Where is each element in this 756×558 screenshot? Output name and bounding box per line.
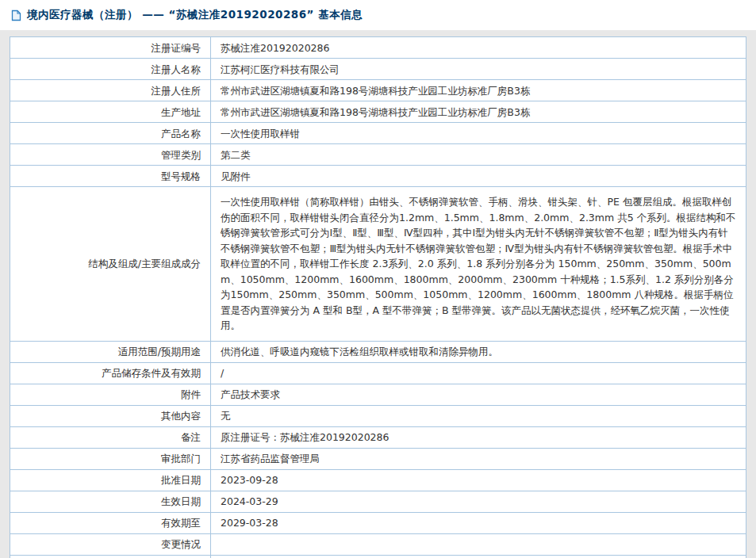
row-label: 备注 [10,426,211,448]
row-value: 2024-03-29 [211,491,746,512]
row-label: 附件 [10,384,211,405]
registration-info-table: 注册证编号苏械注准20192020286注册人名称江苏柯汇医疗科技有限公司注册人… [10,36,746,558]
table-row: 管理类别第二类 [10,144,746,166]
row-value: / [211,362,746,384]
row-label: 型号规格 [10,166,211,187]
document-icon [11,10,21,21]
row-label: 产品储存条件及有效期 [10,362,211,384]
row-value: 无 [211,405,746,426]
table-row: 批准日期2023-09-28 [10,469,746,491]
row-value: 详情 [211,555,746,558]
info-table: 注册证编号苏械注准20192020286注册人名称江苏柯汇医疗科技有限公司注册人… [10,36,746,558]
row-value: 一次性使用取样钳 [211,123,746,144]
row-label: 注册证编号 [10,37,211,59]
table-row: 注册人住所常州市武进区湖塘镇夏和路198号湖塘科技产业园工业坊标准厂房B3栋 [10,80,746,101]
row-value: 一次性使用取样钳（简称取样钳）由钳头、不锈钢弹簧软管、手柄、滑块、钳头架、针、P… [211,187,746,342]
row-value [211,533,746,555]
row-label: 注册人住所 [10,80,211,101]
row-label: 审批部门 [10,448,211,469]
row-label: 批准日期 [10,469,211,491]
table-row: 审批部门江苏省药品监督管理局 [10,448,746,469]
table-row: ●注详情 [10,555,746,558]
page-header: 境内医疗器械（注册） —— “苏械注准20192020286” 基本信息 [0,0,756,30]
table-row: 变更情况 [10,533,746,555]
row-value: 2023-09-28 [211,469,746,491]
row-value: 供消化道、呼吸道内窥镜下活检组织取样或钳取和清除异物用。 [211,341,746,362]
table-row: 产品名称一次性使用取样钳 [10,123,746,144]
row-label: 管理类别 [10,144,211,166]
table-row: 产品储存条件及有效期/ [10,362,746,384]
row-label: 注册人名称 [10,59,211,80]
row-label: 生效日期 [10,491,211,512]
row-value: 产品技术要求 [211,384,746,405]
row-label: 结构及组成/主要组成成分 [10,187,211,342]
row-label: ●注 [10,555,211,558]
table-row: 附件产品技术要求 [10,384,746,405]
table-row: 有效期至2029-03-28 [10,512,746,533]
page-title: 境内医疗器械（注册） —— “苏械注准20192020286” 基本信息 [27,8,363,22]
row-value: 原注册证号：苏械注准20192020286 [211,426,746,448]
row-label: 其他内容 [10,405,211,426]
row-label: 生产地址 [10,101,211,123]
table-row: 适用范围/预期用途供消化道、呼吸道内窥镜下活检组织取样或钳取和清除异物用。 [10,341,746,362]
table-row: 注册证编号苏械注准20192020286 [10,37,746,59]
row-value: 江苏省药品监督管理局 [211,448,746,469]
table-row: 生产地址常州市武进区湖塘镇夏和路198号湖塘科技产业园工业坊标准厂房B3栋 [10,101,746,123]
table-row: 备注原注册证号：苏械注准20192020286 [10,426,746,448]
row-value: 江苏柯汇医疗科技有限公司 [211,59,746,80]
table-row: 生效日期2024-03-29 [10,491,746,512]
row-label: 适用范围/预期用途 [10,341,211,362]
row-value: 常州市武进区湖塘镇夏和路198号湖塘科技产业园工业坊标准厂房B3栋 [211,80,746,101]
row-value: 见附件 [211,166,746,187]
table-row: 结构及组成/主要组成成分一次性使用取样钳（简称取样钳）由钳头、不锈钢弹簧软管、手… [10,187,746,342]
row-value: 苏械注准20192020286 [211,37,746,59]
row-value: 2029-03-28 [211,512,746,533]
row-value: 第二类 [211,144,746,166]
table-row: 其他内容无 [10,405,746,426]
table-row: 型号规格见附件 [10,166,746,187]
table-row: 注册人名称江苏柯汇医疗科技有限公司 [10,59,746,80]
row-value: 常州市武进区湖塘镇夏和路198号湖塘科技产业园工业坊标准厂房B3栋 [211,101,746,123]
row-label: 有效期至 [10,512,211,533]
page: 境内医疗器械（注册） —— “苏械注准20192020286” 基本信息 注册证… [0,0,756,558]
row-label: 变更情况 [10,533,211,555]
info-table-body: 注册证编号苏械注准20192020286注册人名称江苏柯汇医疗科技有限公司注册人… [10,37,746,558]
row-label: 产品名称 [10,123,211,144]
